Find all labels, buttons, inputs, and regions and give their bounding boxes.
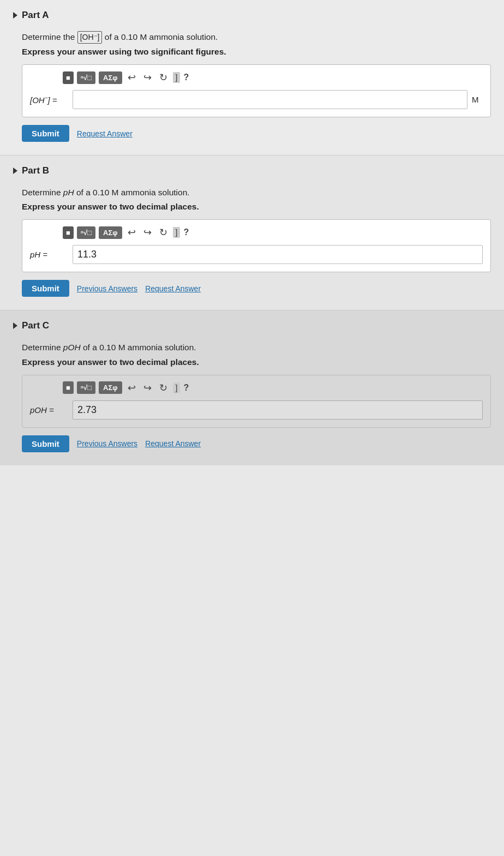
- part-a-answer-row: [OH−] = M: [30, 90, 483, 109]
- part-b-problem-text: Determine pH of a 0.10 M ammonia solutio…: [22, 186, 491, 199]
- part-c-request-answer-btn[interactable]: Request Answer: [145, 439, 201, 448]
- part-b-help-icon[interactable]: ?: [183, 228, 189, 237]
- part-b-actions: Submit Previous Answers Request Answer: [22, 280, 491, 297]
- part-b-problem-suffix: of a 0.10 M ammonia solution.: [74, 188, 190, 197]
- part-b-input-box: ■ ⁿ√□ AΣφ ] ? pH =: [22, 219, 491, 272]
- part-c-instruction: Express your answer to two decimal place…: [22, 357, 491, 367]
- part-a-content: Determine the [OH⁻] of a 0.10 M ammonia …: [13, 31, 491, 142]
- part-a-problem-text: Determine the [OH⁻] of a 0.10 M ammonia …: [22, 31, 491, 44]
- part-c-help-icon[interactable]: ?: [183, 383, 189, 393]
- part-a-header: Part A: [13, 10, 491, 21]
- part-c-previous-answers-btn[interactable]: Previous Answers: [77, 439, 137, 448]
- part-b-answer-row: pH =: [30, 245, 483, 264]
- part-b-content: Determine pH of a 0.10 M ammonia solutio…: [13, 186, 491, 297]
- part-b-answer-label: pH =: [30, 250, 68, 259]
- part-c-section: Part C Determine pOH of a 0.10 M ammonia…: [0, 310, 504, 465]
- part-b-previous-answers-btn[interactable]: Previous Answers: [77, 284, 137, 293]
- part-a-problem-suffix: of a 0.10 M ammonia solution.: [102, 32, 218, 41]
- part-b-section: Part B Determine pH of a 0.10 M ammonia …: [0, 155, 504, 310]
- part-a-problem-prefix: Determine the: [22, 32, 77, 41]
- part-c-sqrt-btn[interactable]: ⁿ√□: [77, 381, 95, 394]
- part-a-answer-input[interactable]: [73, 90, 467, 109]
- part-b-answer-input[interactable]: [73, 245, 483, 264]
- part-a-symbols-btn[interactable]: AΣφ: [99, 71, 122, 84]
- part-a-answer-label: [OH−] =: [30, 95, 68, 105]
- part-a-refresh-btn[interactable]: [157, 70, 170, 85]
- part-a-input-box: ■ ⁿ√□ AΣφ ] ? [OH−] =: [22, 64, 491, 117]
- part-c-toolbar: ■ ⁿ√□ AΣφ ] ?: [30, 381, 483, 395]
- part-c-input-box: ■ ⁿ√□ AΣφ ] ? pOH =: [22, 375, 491, 428]
- part-a-submit-btn[interactable]: Submit: [22, 125, 69, 142]
- part-b-redo-btn[interactable]: [141, 225, 154, 240]
- part-c-submit-btn[interactable]: Submit: [22, 435, 69, 452]
- part-c-problem-text: Determine pOH of a 0.10 M ammonia soluti…: [22, 341, 491, 354]
- part-c-refresh-btn[interactable]: [157, 381, 170, 395]
- part-c-problem-suffix: of a 0.10 M ammonia solution.: [81, 343, 196, 352]
- part-a-bracket-icon: ]: [173, 72, 181, 83]
- part-b-instruction: Express your answer to two decimal place…: [22, 202, 491, 212]
- part-b-submit-btn[interactable]: Submit: [22, 280, 69, 297]
- part-b-color-btn[interactable]: ■: [63, 226, 74, 239]
- part-c-content: Determine pOH of a 0.10 M ammonia soluti…: [13, 341, 491, 452]
- part-c-problem-prefix: Determine: [22, 343, 63, 352]
- part-a-request-answer-btn[interactable]: Request Answer: [77, 129, 133, 138]
- part-c-actions: Submit Previous Answers Request Answer: [22, 435, 491, 452]
- part-c-header: Part C: [13, 320, 491, 331]
- part-a-variable: [OH⁻]: [77, 31, 103, 44]
- part-a-label: Part A: [22, 10, 49, 21]
- part-c-symbols-btn[interactable]: AΣφ: [99, 381, 122, 394]
- part-c-toggle-icon[interactable]: [13, 322, 17, 329]
- part-a-toolbar: ■ ⁿ√□ AΣφ ] ?: [30, 70, 483, 85]
- part-c-answer-label: pOH =: [30, 405, 68, 415]
- part-b-bracket-icon: ]: [173, 227, 181, 238]
- part-a-redo-btn[interactable]: [141, 70, 154, 85]
- part-c-answer-input[interactable]: [73, 400, 483, 420]
- part-c-variable: pOH: [63, 343, 81, 352]
- part-b-refresh-btn[interactable]: [157, 225, 170, 240]
- part-a-actions: Submit Request Answer: [22, 125, 491, 142]
- part-a-toggle-icon[interactable]: [13, 12, 17, 19]
- part-b-sqrt-btn[interactable]: ⁿ√□: [77, 226, 95, 239]
- part-c-undo-btn[interactable]: [125, 381, 138, 395]
- part-b-toolbar: ■ ⁿ√□ AΣφ ] ?: [30, 225, 483, 240]
- page-container: Part A Determine the [OH⁻] of a 0.10 M a…: [0, 0, 504, 465]
- part-c-answer-row: pOH =: [30, 400, 483, 420]
- part-c-color-btn[interactable]: ■: [63, 381, 74, 394]
- part-a-undo-btn[interactable]: [125, 70, 138, 85]
- part-c-redo-btn[interactable]: [141, 381, 154, 395]
- part-a-answer-unit: M: [472, 95, 483, 104]
- part-a-color-btn[interactable]: ■: [63, 71, 74, 84]
- part-a-instruction: Express your answer using two significan…: [22, 47, 491, 57]
- part-c-bracket-icon: ]: [173, 382, 181, 393]
- part-b-variable: pH: [63, 188, 74, 197]
- part-b-request-answer-btn[interactable]: Request Answer: [145, 284, 201, 293]
- part-b-problem-prefix: Determine: [22, 188, 63, 197]
- part-c-label: Part C: [22, 320, 49, 331]
- part-b-header: Part B: [13, 165, 491, 176]
- part-a-help-icon[interactable]: ?: [183, 73, 189, 82]
- part-a-sqrt-btn[interactable]: ⁿ√□: [77, 71, 95, 84]
- part-a-section: Part A Determine the [OH⁻] of a 0.10 M a…: [0, 0, 504, 155]
- part-b-toggle-icon[interactable]: [13, 167, 17, 174]
- part-b-undo-btn[interactable]: [125, 225, 138, 240]
- part-b-symbols-btn[interactable]: AΣφ: [99, 226, 122, 239]
- part-b-label: Part B: [22, 165, 49, 176]
